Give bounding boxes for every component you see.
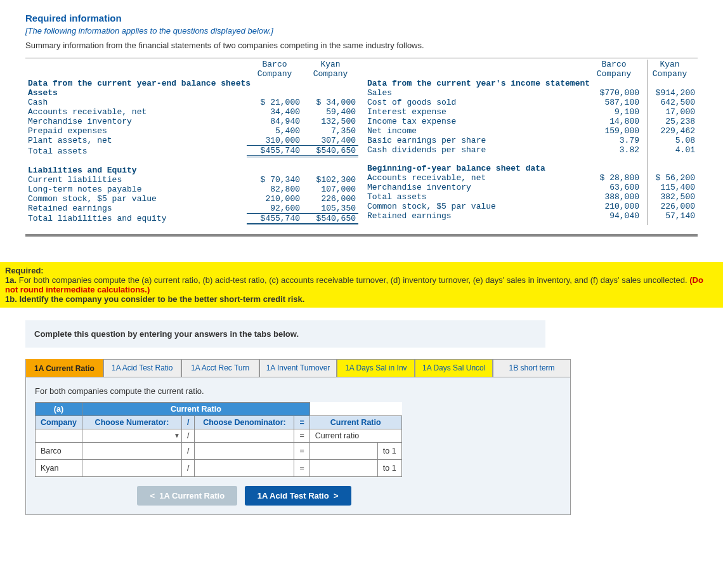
- row-value: 5,400: [247, 126, 303, 136]
- row-value: 4.01: [642, 145, 698, 155]
- financial-data-block: BarcoCompanyKyanCompany Data from the cu…: [25, 58, 698, 237]
- chevron-left-icon: <: [150, 491, 155, 500]
- row-value: 210,000: [586, 202, 642, 211]
- tab-days-sal-uncol[interactable]: 1A Days Sal Uncol: [415, 359, 493, 377]
- boy-heading: Beginning-of-year balance sheet data: [367, 164, 545, 173]
- tab-short-term[interactable]: 1B short term: [493, 359, 571, 377]
- row-value: 388,000: [586, 192, 642, 202]
- header-eq: =: [294, 415, 309, 429]
- row-value: 92,600: [247, 204, 303, 214]
- row-label: Total assets: [365, 192, 586, 202]
- slash-cell: /: [181, 459, 194, 476]
- numerator-select[interactable]: ▼: [82, 429, 181, 442]
- row-value: $455,740: [247, 213, 303, 224]
- row-label: Retained earnings: [25, 204, 247, 214]
- tab-days-sal-inv[interactable]: 1A Days Sal in Inv: [337, 359, 415, 377]
- row-value: 642,500: [642, 98, 698, 107]
- header-slash: /: [181, 415, 194, 429]
- row-label: Accounts receivable, net: [25, 107, 247, 117]
- row-label: Total assets: [25, 146, 247, 157]
- barco-numerator-input[interactable]: [82, 442, 181, 459]
- tab-current-ratio[interactable]: 1A Current Ratio: [25, 359, 103, 377]
- row-label: Net income: [365, 126, 586, 136]
- row-value: $914,200: [642, 88, 698, 98]
- kyan-numerator-input[interactable]: [82, 459, 181, 476]
- answer-table: (a) Current Ratio Company Choose Numerat…: [35, 402, 402, 477]
- row-value: $102,300: [303, 175, 358, 185]
- row-label: Merchandise inventory: [365, 183, 586, 192]
- tab-invent-turnover[interactable]: 1A Invent Turnover: [259, 359, 337, 377]
- row-label: Common stock, $5 par value: [365, 202, 586, 211]
- row-value: 310,000: [247, 136, 303, 146]
- row-value: 226,000: [303, 194, 358, 204]
- chevron-down-icon: ▼: [174, 432, 180, 439]
- tab-acct-rec-turn[interactable]: 1A Acct Rec Turn: [181, 359, 259, 377]
- row-value: 3.79: [586, 136, 642, 145]
- req-1a-label: 1a.: [5, 275, 19, 285]
- header-numerator: Choose Numerator:: [82, 415, 181, 429]
- liab-heading: Liabilities and Equity: [28, 166, 137, 175]
- barco-denominator-input[interactable]: [195, 442, 294, 459]
- row-label: Basic earnings per share: [365, 136, 586, 145]
- req-1b-text: 1b. Identify the company you consider to…: [5, 294, 304, 304]
- row-value: 5.08: [642, 136, 698, 145]
- kyan-ratio-input[interactable]: [309, 459, 377, 476]
- header-denominator: Choose Denominator:: [195, 415, 294, 429]
- row-label: Accounts receivable, net: [365, 173, 586, 183]
- barco-ratio-input[interactable]: [309, 442, 377, 459]
- to-1-label: to 1: [377, 459, 401, 476]
- row-label: Income tax expense: [365, 117, 586, 126]
- denominator-select[interactable]: [195, 429, 294, 442]
- row-value: 17,000: [642, 107, 698, 117]
- row-value: 25,238: [642, 117, 698, 126]
- row-value: 9,100: [586, 107, 642, 117]
- slash-cell: /: [181, 442, 194, 459]
- eq-cell: =: [294, 429, 309, 442]
- row-label: Merchandise inventory: [25, 117, 247, 126]
- header-result: Current Ratio: [309, 415, 401, 429]
- row-company-kyan: Kyan: [36, 459, 82, 476]
- row-value: 34,400: [247, 107, 303, 117]
- right-section-title: Data from the current year's income stat…: [367, 79, 590, 88]
- row-value: 587,100: [586, 98, 642, 107]
- row-value: $ 34,000: [303, 98, 358, 107]
- col-header-barco: BarcoCompany: [597, 60, 632, 79]
- row-label: Cash dividends per share: [365, 145, 586, 155]
- row-value: 84,940: [247, 117, 303, 126]
- header-current-ratio: Current Ratio: [82, 402, 309, 415]
- kyan-denominator-input[interactable]: [195, 459, 294, 476]
- req-1a-text: For both companies compute the (a) curre…: [19, 275, 689, 285]
- row-value: 132,500: [303, 117, 358, 126]
- row-value: $ 28,800: [586, 173, 642, 183]
- page-subtitle: [The following information applies to th…: [25, 26, 698, 36]
- chevron-right-icon: >: [334, 491, 339, 500]
- row-value: $540,650: [303, 213, 358, 224]
- row-value: 63,600: [586, 183, 642, 192]
- tabs-row: 1A Current Ratio 1A Acid Test Ratio 1A A…: [25, 359, 571, 377]
- row-label: Plant assets, net: [25, 136, 247, 146]
- row-label: Total liabilities and equity: [25, 213, 247, 224]
- left-section-title: Data from the current year-end balance s…: [28, 79, 251, 88]
- tab-content-panel: For both companies compute the current r…: [25, 377, 571, 515]
- col-header-kyan: KyanCompany: [653, 60, 687, 79]
- col-header-barco: BarcoCompany: [257, 60, 292, 79]
- required-highlight: Required: 1a. For both companies compute…: [0, 262, 723, 308]
- row-label: Current liabilities: [25, 175, 247, 185]
- col-header-kyan: KyanCompany: [313, 60, 348, 79]
- row-value: 105,350: [303, 204, 358, 214]
- row-value: 82,800: [247, 185, 303, 194]
- prev-tab-button[interactable]: < 1A Current Ratio: [137, 486, 237, 506]
- header-company: Company: [36, 415, 82, 429]
- row-value: 57,140: [642, 211, 698, 221]
- row-value: 107,000: [303, 185, 358, 194]
- slash-cell: /: [181, 429, 194, 442]
- prev-tab-label: 1A Current Ratio: [159, 491, 225, 500]
- tab-acid-test[interactable]: 1A Acid Test Ratio: [103, 359, 181, 377]
- row-value: 7,350: [303, 126, 358, 136]
- row-label: Common stock, $5 par value: [25, 194, 247, 204]
- row-label: Cost of goods sold: [365, 98, 586, 107]
- required-heading: Required:: [5, 266, 44, 275]
- next-tab-button[interactable]: 1A Acid Test Ratio >: [245, 486, 351, 506]
- row-value: 14,800: [586, 117, 642, 126]
- page-title: Required information: [25, 13, 698, 23]
